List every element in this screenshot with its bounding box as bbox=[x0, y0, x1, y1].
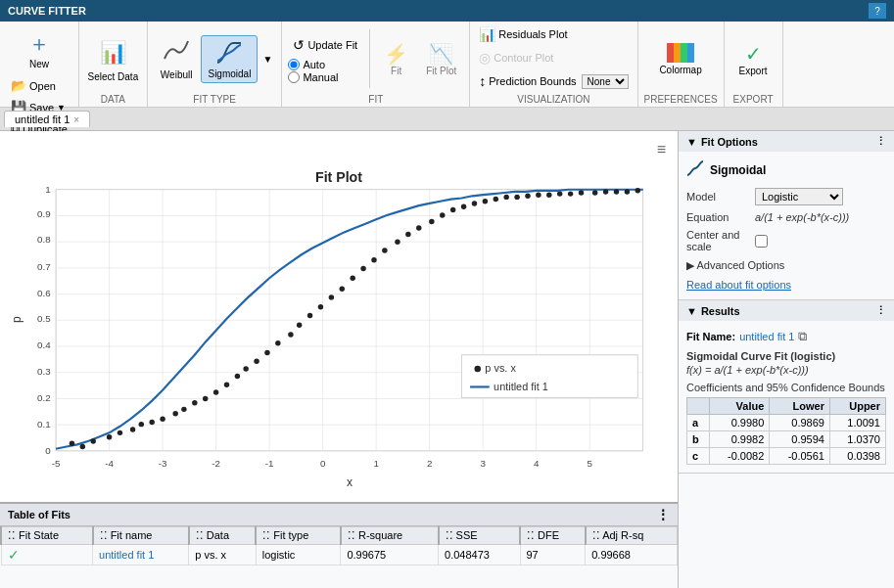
svg-point-69 bbox=[243, 366, 248, 371]
cell-fit-name[interactable]: untitled fit 1 bbox=[93, 545, 189, 565]
equation-row: Equation a/(1 + exp(-b*(x-c))) bbox=[686, 211, 886, 223]
col-adj-rsq: ⁚⁚ Adj R-sq bbox=[586, 527, 678, 545]
auto-radio[interactable] bbox=[288, 59, 300, 70]
svg-rect-1 bbox=[674, 43, 681, 63]
update-fit-icon: ↺ bbox=[293, 37, 305, 53]
svg-point-84 bbox=[405, 232, 410, 237]
col-r-square: ⁚⁚ R-square bbox=[341, 527, 439, 545]
upper-b: 1.0370 bbox=[829, 431, 885, 448]
svg-point-83 bbox=[395, 239, 400, 244]
open-icon: 📂 bbox=[11, 78, 26, 93]
conf-row-b: b 0.9982 0.9594 1.0370 bbox=[687, 431, 886, 448]
collapse-arrow[interactable]: ▼ bbox=[686, 136, 697, 148]
open-button[interactable]: 📂 Open bbox=[6, 75, 72, 96]
select-data-button[interactable]: 📊 bbox=[93, 36, 133, 69]
upper-c: 0.0398 bbox=[829, 448, 885, 465]
center-scale-row: Center and scale bbox=[686, 229, 886, 252]
manual-label: Manual bbox=[303, 71, 338, 83]
svg-point-103 bbox=[614, 189, 619, 194]
svg-point-98 bbox=[557, 191, 562, 196]
cell-data: p vs. x bbox=[189, 545, 256, 565]
new-label: New bbox=[29, 59, 49, 69]
fit-section: ↺ Update Fit Auto Manual ⚡ bbox=[282, 22, 470, 107]
svg-text:-5: -5 bbox=[52, 458, 61, 469]
weibull-button[interactable]: Weibull bbox=[154, 33, 200, 84]
value-c: -0.0082 bbox=[709, 448, 770, 465]
plot-menu-icon[interactable]: ≡ bbox=[657, 141, 666, 158]
fit-options-title: Fit Options bbox=[701, 136, 758, 148]
lower-b: 0.9594 bbox=[770, 431, 830, 448]
svg-rect-3 bbox=[687, 43, 694, 63]
fit-plot-button[interactable]: 📉 Fit Plot bbox=[419, 38, 463, 80]
svg-text:0.4: 0.4 bbox=[37, 339, 51, 350]
sigmoidal-small-icon bbox=[686, 159, 704, 180]
curve-fit-label: Sigmoidal Curve Fit (logistic) bbox=[686, 350, 886, 362]
results-menu-icon[interactable]: ⋮ bbox=[875, 304, 886, 317]
svg-text:1: 1 bbox=[45, 184, 50, 195]
svg-text:-4: -4 bbox=[105, 458, 114, 469]
title-bar: CURVE FITTER ? bbox=[0, 0, 894, 22]
advanced-options-link[interactable]: ▶ Advanced Options bbox=[686, 259, 784, 271]
sigmoidal-button[interactable]: Sigmoidal bbox=[201, 35, 258, 83]
svg-text:0: 0 bbox=[45, 445, 51, 456]
fit-button[interactable]: ⚡ Fit bbox=[377, 38, 415, 80]
center-scale-checkbox[interactable] bbox=[755, 235, 768, 248]
update-fit-button[interactable]: ↺ Update Fit bbox=[288, 34, 362, 56]
svg-point-63 bbox=[181, 407, 186, 412]
fit-type-dropdown-button[interactable]: ▼ bbox=[259, 51, 275, 68]
contour-plot-icon: ◎ bbox=[479, 50, 491, 66]
svg-point-72 bbox=[275, 340, 280, 345]
svg-point-81 bbox=[371, 257, 376, 262]
svg-point-61 bbox=[160, 416, 165, 421]
sigmoidal-label: Sigmoidal bbox=[208, 68, 251, 79]
new-button[interactable]: ＋ New bbox=[24, 25, 54, 73]
svg-point-102 bbox=[603, 189, 608, 194]
manual-radio[interactable] bbox=[288, 71, 300, 83]
fit-type-label: FIT TYPE bbox=[154, 92, 276, 105]
col-data: ⁚⁚ Data bbox=[189, 527, 256, 545]
table-menu-icon[interactable]: ⋮ bbox=[656, 507, 670, 522]
export-icon: ✓ bbox=[745, 42, 762, 66]
col-fit-name: ⁚⁚ Fit name bbox=[93, 527, 189, 545]
fits-table: ⁚⁚ Fit State ⁚⁚ Fit name ⁚⁚ Data ⁚⁚ Fit … bbox=[0, 526, 678, 565]
model-select[interactable]: Logistic bbox=[755, 188, 843, 205]
sigmoidal-icon bbox=[215, 39, 243, 68]
colormap-button[interactable]: Colormap bbox=[652, 39, 708, 79]
residuals-plot-button[interactable]: 📊 Residuals Plot bbox=[474, 23, 633, 45]
svg-point-68 bbox=[235, 374, 240, 379]
fit-plot-svg: Fit Plot bbox=[8, 160, 670, 496]
svg-point-67 bbox=[224, 383, 229, 387]
untitled-fit-tab[interactable]: untitled fit 1 × bbox=[4, 111, 90, 127]
tab-close-button[interactable]: × bbox=[73, 114, 79, 125]
results-collapse-arrow[interactable]: ▼ bbox=[686, 305, 697, 317]
results-section: ▼ Results ⋮ Fit Name: untitled fit 1 ⧉ S… bbox=[679, 300, 894, 474]
svg-point-59 bbox=[139, 422, 144, 427]
svg-point-65 bbox=[203, 396, 208, 401]
select-data-label: Select Data bbox=[88, 71, 139, 82]
help-button[interactable]: ? bbox=[869, 3, 886, 19]
export-button[interactable]: ✓ Export bbox=[732, 38, 775, 80]
col-lower: Lower bbox=[770, 398, 830, 415]
curve-fit-equation: f(x) = a/(1 + exp(-b*(x-c))) bbox=[686, 364, 886, 376]
export-label: EXPORT bbox=[733, 92, 774, 105]
prediction-bounds-button[interactable]: ↕ Prediction Bounds None bbox=[474, 70, 633, 92]
svg-text:x: x bbox=[347, 475, 353, 489]
svg-point-56 bbox=[107, 434, 112, 439]
svg-text:0.2: 0.2 bbox=[37, 392, 51, 403]
read-about-fit-link[interactable]: Read about fit options bbox=[686, 279, 791, 291]
fit-plot-icon: 📉 bbox=[429, 42, 453, 66]
plot-header: ≡ bbox=[8, 139, 670, 160]
col-sse: ⁚⁚ SSE bbox=[439, 527, 520, 545]
fit-type-dropdown-icon: ▼ bbox=[262, 54, 272, 65]
col-value: Value bbox=[709, 398, 770, 415]
table-of-fits-panel: Table of Fits ⋮ ⁚⁚ Fit State ⁚⁚ Fit name… bbox=[0, 502, 678, 588]
export-section: ✓ Export EXPORT bbox=[725, 22, 783, 107]
svg-text:3: 3 bbox=[480, 458, 486, 469]
copy-fit-name-button[interactable]: ⧉ bbox=[798, 329, 807, 344]
contour-plot-button[interactable]: ◎ Contour Plot bbox=[474, 47, 633, 68]
fit-options-menu-icon[interactable]: ⋮ bbox=[875, 135, 886, 148]
svg-point-95 bbox=[525, 194, 530, 199]
prediction-bounds-select[interactable]: None bbox=[582, 74, 629, 89]
svg-point-82 bbox=[382, 248, 387, 252]
svg-text:0.6: 0.6 bbox=[37, 288, 51, 298]
